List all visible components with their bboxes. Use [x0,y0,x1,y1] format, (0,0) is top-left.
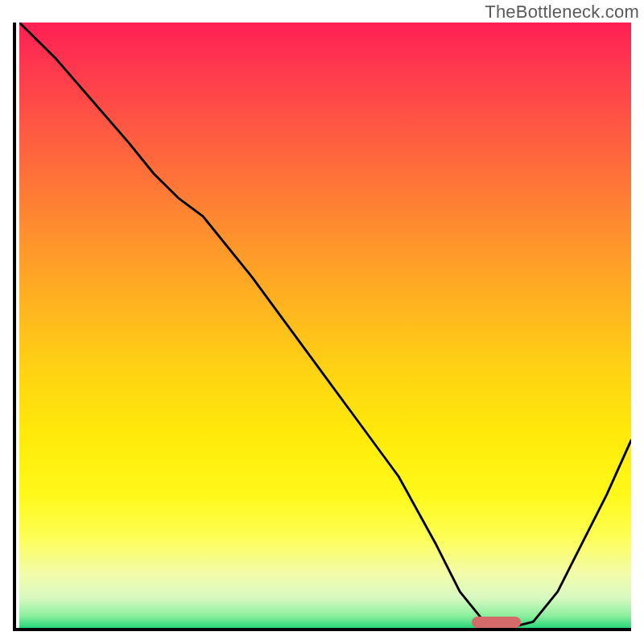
plot-area [19,23,631,628]
curve-svg [19,23,631,628]
plot-frame [13,23,631,631]
chart-container: TheBottleneck.com [0,0,644,644]
bottleneck-curve [19,23,631,628]
watermark-text: TheBottleneck.com [485,2,639,23]
optimum-marker [472,617,521,628]
